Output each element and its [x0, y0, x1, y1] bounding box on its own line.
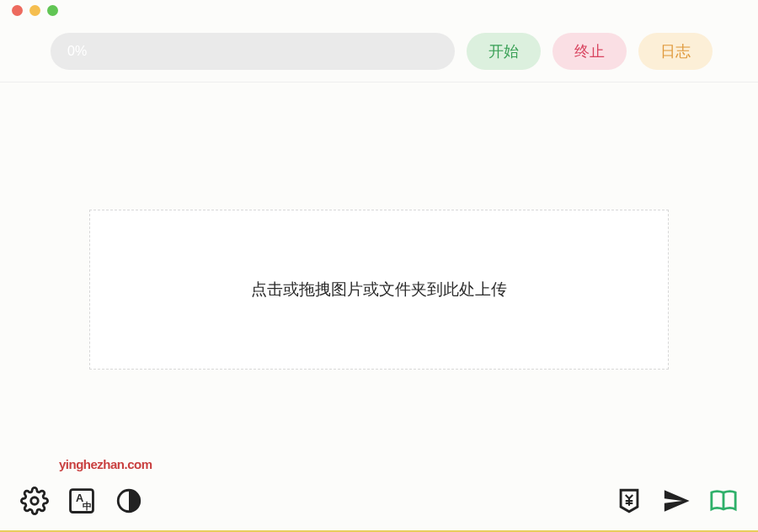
currency-icon[interactable] [613, 485, 645, 517]
close-button[interactable] [12, 5, 23, 16]
log-button[interactable]: 日志 [638, 33, 713, 70]
start-button[interactable]: 开始 [467, 33, 541, 70]
dropzone-text: 点击或拖拽图片或文件夹到此处上传 [251, 279, 507, 301]
send-icon[interactable] [660, 485, 692, 517]
maximize-button[interactable] [47, 5, 58, 16]
book-icon[interactable] [707, 485, 739, 517]
toolbar: 0% 开始 终止 日志 [0, 20, 758, 82]
settings-icon[interactable] [19, 485, 51, 517]
upload-dropzone[interactable]: 点击或拖拽图片或文件夹到此处上传 [89, 210, 669, 370]
bottom-bar: A 中 [0, 471, 758, 530]
watermark: yinghezhan.com [59, 457, 152, 471]
translate-icon[interactable]: A 中 [66, 485, 98, 517]
icon-group-right [613, 485, 739, 517]
minimize-button[interactable] [29, 5, 40, 16]
progress-text: 0% [67, 44, 87, 59]
icon-group-left: A 中 [19, 485, 145, 517]
svg-text:中: 中 [83, 501, 92, 511]
stop-button[interactable]: 终止 [552, 33, 627, 70]
svg-point-0 [31, 497, 39, 505]
titlebar [0, 0, 758, 20]
progress-bar: 0% [51, 33, 455, 70]
main-area: 点击或拖拽图片或文件夹到此处上传 [0, 82, 758, 471]
contrast-icon[interactable] [113, 485, 145, 517]
